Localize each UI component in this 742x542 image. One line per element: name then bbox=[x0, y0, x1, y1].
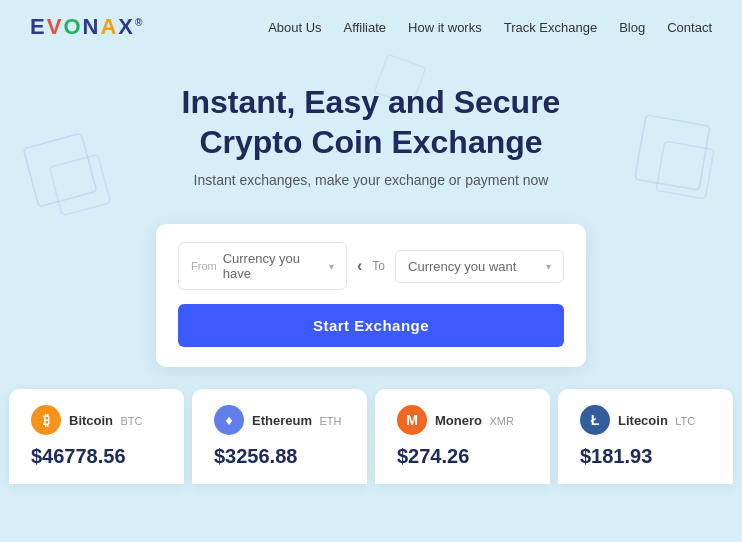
from-label: From bbox=[191, 260, 217, 272]
exchange-arrow-icon: ‹ bbox=[357, 257, 362, 275]
coin-card-xmr: M Monero XMR $274.26 bbox=[375, 389, 550, 484]
coin-price: $46778.56 bbox=[31, 445, 162, 468]
coin-name: Bitcoin BTC bbox=[69, 411, 143, 429]
coin-price: $274.26 bbox=[397, 445, 528, 468]
coin-price: $3256.88 bbox=[214, 445, 345, 468]
coin-card-btc: ₿ Bitcoin BTC $46778.56 bbox=[9, 389, 184, 484]
from-currency-value: Currency you have bbox=[223, 251, 323, 281]
header: EVONAX® About Us Affiliate How it works … bbox=[0, 0, 742, 54]
coin-card-eth: ♦ Ethereum ETH $3256.88 bbox=[192, 389, 367, 484]
from-chevron-icon: ▾ bbox=[329, 261, 334, 272]
coin-header: M Monero XMR bbox=[397, 405, 528, 435]
coins-section: ₿ Bitcoin BTC $46778.56 ♦ Ethereum ETH $… bbox=[0, 367, 742, 484]
logo: EVONAX® bbox=[30, 14, 144, 40]
coin-header: ₿ Bitcoin BTC bbox=[31, 405, 162, 435]
eth-icon: ♦ bbox=[214, 405, 244, 435]
coin-header: Ł Litecoin LTC bbox=[580, 405, 711, 435]
btc-icon: ₿ bbox=[31, 405, 61, 435]
hero-subtext: Instant exchanges, make your exchange or… bbox=[20, 172, 722, 188]
from-currency-field[interactable]: From Currency you have ▾ bbox=[178, 242, 347, 290]
start-exchange-button[interactable]: Start Exchange bbox=[178, 304, 564, 347]
nav-about[interactable]: About Us bbox=[268, 20, 321, 35]
to-chevron-icon: ▾ bbox=[546, 261, 551, 272]
hero-section: Instant, Easy and Secure Crypto Coin Exc… bbox=[0, 54, 742, 206]
ltc-icon: Ł bbox=[580, 405, 610, 435]
coin-header: ♦ Ethereum ETH bbox=[214, 405, 345, 435]
hero-headline: Instant, Easy and Secure Crypto Coin Exc… bbox=[20, 82, 722, 162]
coin-name: Ethereum ETH bbox=[252, 411, 341, 429]
exchange-box: From Currency you have ▾ ‹ To Currency y… bbox=[156, 224, 586, 367]
to-currency-value: Currency you want bbox=[408, 259, 540, 274]
nav-blog[interactable]: Blog bbox=[619, 20, 645, 35]
xmr-icon: M bbox=[397, 405, 427, 435]
coin-name: Monero XMR bbox=[435, 411, 514, 429]
nav-contact[interactable]: Contact bbox=[667, 20, 712, 35]
to-currency-field[interactable]: Currency you want ▾ bbox=[395, 250, 564, 283]
nav-track-exchange[interactable]: Track Exchange bbox=[504, 20, 597, 35]
coin-card-ltc: Ł Litecoin LTC $181.93 bbox=[558, 389, 733, 484]
coin-name: Litecoin LTC bbox=[618, 411, 695, 429]
coin-price: $181.93 bbox=[580, 445, 711, 468]
main-nav: About Us Affiliate How it works Track Ex… bbox=[268, 20, 712, 35]
exchange-row: From Currency you have ▾ ‹ To Currency y… bbox=[178, 242, 564, 290]
nav-affiliate[interactable]: Affiliate bbox=[344, 20, 386, 35]
nav-how-it-works[interactable]: How it works bbox=[408, 20, 482, 35]
to-label: To bbox=[372, 259, 385, 273]
